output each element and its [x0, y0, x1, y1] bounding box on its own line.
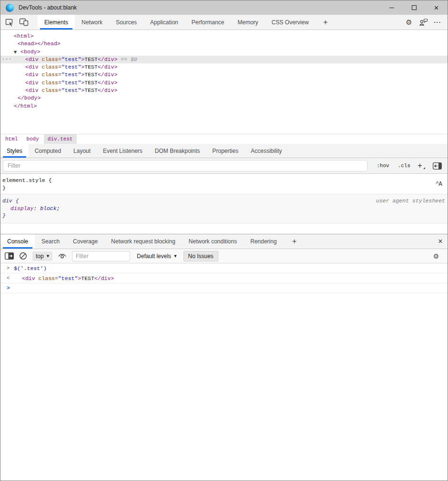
ua-close-line: }	[2, 212, 445, 220]
drawer-tab-console[interactable]: Console	[0, 234, 35, 249]
console-command-chevron-icon: >	[7, 265, 14, 271]
drawer-tabbar: ConsoleSearchCoverageNetwork request blo…	[0, 234, 448, 249]
live-expression-button[interactable]	[58, 253, 67, 259]
add-panel-button[interactable]: +	[318, 15, 333, 30]
new-style-rule-button[interactable]: +	[415, 161, 427, 170]
code-token-punct: =	[58, 71, 61, 78]
plus-icon: +	[292, 237, 296, 246]
titlebar: DevTools - about:blank ×	[0, 0, 448, 15]
code-token-tag: </body>	[18, 95, 41, 101]
close-drawer-button[interactable]: ×	[433, 234, 448, 249]
drawer-tab-network-request-blocking[interactable]: Network request blocking	[104, 234, 182, 249]
breadcrumb-item-div-test[interactable]: div.test	[44, 134, 77, 144]
feedback-button[interactable]	[416, 18, 430, 26]
console-prompt-chevron-icon: >	[7, 285, 14, 291]
code-token-val: "test"	[61, 71, 81, 78]
tab-application[interactable]: Application	[143, 15, 185, 30]
sidebar-tab-event-listeners[interactable]: Event Listeners	[97, 144, 149, 158]
dom-tree-row[interactable]: </body>	[0, 94, 448, 102]
more-dots-icon: ···	[434, 19, 441, 26]
dom-tree-row[interactable]: <div class="test">TEST</div>	[0, 87, 448, 94]
main-panel-tabs: ElementsNetworkSourcesApplicationPerform…	[38, 15, 316, 30]
console-result-chevron-icon: <	[7, 275, 14, 281]
minimize-button[interactable]	[380, 0, 403, 15]
feedback-person-icon	[418, 18, 428, 26]
close-button[interactable]: ×	[425, 0, 448, 15]
sidebar-tab-layout[interactable]: Layout	[67, 144, 97, 158]
dom-tree-row[interactable]: <html>	[0, 32, 448, 40]
code-token-punct: =	[55, 275, 58, 281]
issues-counter[interactable]: No Issues	[183, 251, 218, 261]
more-options-button[interactable]: ···	[430, 19, 445, 26]
sidebar-tab-dom-breakpoints[interactable]: DOM Breakpoints	[149, 144, 206, 158]
clear-console-icon	[19, 252, 27, 260]
execution-context-selector[interactable]: top ▼	[32, 251, 52, 261]
code-token-tag: </div>	[98, 87, 117, 93]
console-sidebar-button[interactable]	[5, 252, 14, 260]
tab-performance[interactable]: Performance	[185, 15, 231, 30]
code-token-val: "test"	[61, 80, 81, 86]
code-token-attr: class	[39, 56, 58, 62]
console-result-content[interactable]: <div class="test">TEST</div>	[14, 275, 448, 281]
inspect-element-button[interactable]	[2, 15, 17, 30]
clear-console-button[interactable]	[19, 252, 27, 260]
code-token-text: TEST	[84, 64, 98, 70]
tab-elements[interactable]: Elements	[38, 15, 75, 30]
drawer-tab-rendering[interactable]: Rendering	[244, 234, 283, 249]
code-token-text: TEST	[81, 275, 94, 281]
elements-tree-panel: <html><head></head>▼<body>···<div class=…	[0, 30, 448, 134]
console-command-content: $('.test')	[14, 265, 448, 271]
device-toolbar-button[interactable]	[17, 15, 31, 30]
sidebar-tab-styles[interactable]: Styles	[0, 144, 29, 158]
ua-property-line: display: block;	[2, 205, 445, 212]
row-overflow-dots-icon[interactable]: ···	[2, 56, 12, 63]
drawer-tab-network-conditions[interactable]: Network conditions	[182, 234, 244, 249]
breadcrumb-item-html[interactable]: html	[1, 134, 21, 144]
add-drawer-tab-button[interactable]: +	[287, 234, 302, 249]
styles-pane: element.style { } AA div { display: bloc…	[0, 174, 448, 234]
dom-tree-row[interactable]: </html>	[0, 102, 448, 110]
toggle-computed-pane-button[interactable]	[430, 162, 444, 170]
tab-network[interactable]: Network	[75, 15, 109, 30]
tab-sources[interactable]: Sources	[109, 15, 143, 30]
log-levels-dropdown[interactable]: Default levels ▼	[135, 253, 178, 260]
drawer: ConsoleSearchCoverageNetwork request blo…	[0, 234, 448, 481]
toggle-hover-state-button[interactable]: :hov	[372, 163, 393, 169]
console-settings-button[interactable]: ⚙	[429, 252, 443, 260]
stylesheet-origin-label: user agent stylesheet	[376, 197, 445, 205]
element-style-close-line: }	[2, 184, 445, 192]
sidebar-tab-computed[interactable]: Computed	[29, 144, 67, 158]
code-token-punct: =	[58, 56, 61, 62]
console-filter-input[interactable]	[72, 251, 130, 261]
styles-filter-input[interactable]	[3, 160, 367, 171]
dom-tree-row[interactable]: <div class="test">TEST</div>	[0, 79, 448, 87]
dom-tree-row[interactable]: <div class="test">TEST</div>	[0, 63, 448, 71]
maximize-button[interactable]	[403, 0, 425, 15]
close-icon: ×	[434, 4, 439, 12]
dom-tree-row[interactable]: <div class="test">TEST</div>	[0, 71, 448, 79]
code-token-punct: =	[58, 64, 61, 70]
dom-tree-row[interactable]: ···<div class="test">TEST</div>== $0	[0, 56, 448, 63]
code-token-attr: class	[39, 80, 58, 86]
settings-button[interactable]: ⚙	[402, 18, 416, 27]
minimize-icon	[389, 8, 394, 8]
tab-css-overview[interactable]: CSS Overview	[265, 15, 316, 30]
code-token-punct: =	[58, 87, 61, 93]
font-editor-icon[interactable]: AA	[436, 180, 442, 188]
console-prompt-row[interactable]: >	[0, 283, 448, 293]
drawer-tab-search[interactable]: Search	[35, 234, 66, 249]
dom-tree-row[interactable]: <head></head>	[0, 40, 448, 48]
sidebar-tab-properties[interactable]: Properties	[206, 144, 245, 158]
disclosure-triangle-icon[interactable]: ▼	[14, 49, 20, 56]
breadcrumb-item-body[interactable]: body	[22, 134, 42, 144]
user-agent-rule[interactable]: div { display: block; } user agent style…	[0, 194, 448, 223]
console-messages: >$('.test')<<div class="test">TEST</div>…	[0, 263, 448, 481]
element-style-rule[interactable]: element.style { } AA	[0, 174, 448, 194]
drawer-tab-coverage[interactable]: Coverage	[66, 234, 104, 249]
tab-memory[interactable]: Memory	[231, 15, 265, 30]
chevron-down-icon: ▼	[47, 254, 49, 258]
toggle-class-button[interactable]: .cls	[394, 163, 415, 169]
sidebar-tab-accessibility[interactable]: Accessibility	[244, 144, 288, 158]
element-style-selector-line: element.style {	[2, 177, 445, 184]
dom-tree-row[interactable]: ▼<body>	[0, 48, 448, 56]
